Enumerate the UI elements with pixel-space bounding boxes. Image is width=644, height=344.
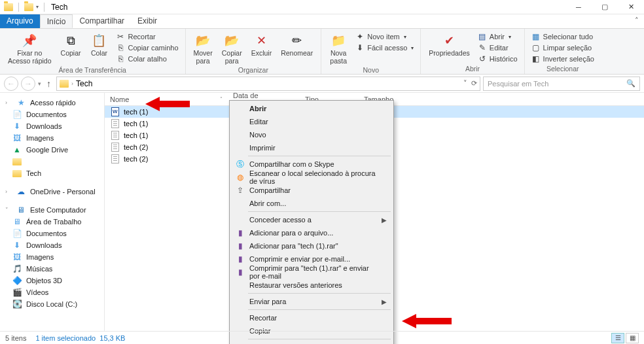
- star-icon: ★: [16, 98, 26, 107]
- dropdown-icon[interactable]: ˅: [463, 79, 467, 88]
- new-folder-button[interactable]: 📁Nova pasta: [327, 31, 350, 66]
- paste-button[interactable]: 📋Colar: [87, 31, 111, 59]
- nav-this-pc[interactable]: ˅🖥Este Computador: [0, 204, 104, 216]
- tab-file[interactable]: Arquivo: [0, 14, 40, 28]
- address-bar[interactable]: › Tech ˅⟳: [56, 77, 480, 91]
- nav-item[interactable]: 🖥Área de Trabalho: [0, 216, 104, 228]
- pin-quickaccess-button[interactable]: 📌Fixar no Acesso rápido: [5, 31, 54, 66]
- nav-item[interactable]: ⬇Downloads: [0, 120, 104, 132]
- copy-icon: ⧉: [63, 33, 79, 48]
- refresh-icon[interactable]: ⟳: [471, 79, 477, 88]
- address-bar-row: ← → ▾ ↑ › Tech ˅⟳ Pesquisar em Tech 🔍: [0, 75, 644, 93]
- edit-button[interactable]: ✎Editar: [476, 43, 519, 53]
- rename-icon: ✏: [289, 33, 305, 48]
- context-menu-item[interactable]: Conceder acesso a▶: [231, 213, 392, 226]
- nav-item[interactable]: ▲Google Drive: [0, 144, 104, 156]
- context-menu-item[interactable]: Recortar: [231, 311, 392, 324]
- context-menu-item[interactable]: ◍Escanear o local selecionado à procura …: [231, 171, 392, 184]
- context-menu-item[interactable]: Imprimir: [231, 141, 392, 154]
- nav-item[interactable]: 🖼Imagens: [0, 251, 104, 263]
- search-box[interactable]: Pesquisar em Tech 🔍: [483, 77, 640, 91]
- ribbon-group-new: 📁Nova pasta ✦Novo item▾ ⬇Fácil acesso▾ N…: [321, 29, 421, 74]
- back-button[interactable]: ←: [4, 77, 18, 91]
- ribbon-group-organize: 📂Mover para 📂Copiar para ✕Excluir ✏Renom…: [186, 29, 322, 74]
- context-menu-item[interactable]: ⓈCompartilhar com o Skype: [231, 158, 392, 171]
- history-button[interactable]: ↺Histórico: [476, 54, 519, 64]
- search-icon: 🔍: [626, 79, 635, 88]
- nav-item[interactable]: 🖼Imagens: [0, 132, 104, 144]
- nav-item[interactable]: 📄Documentos: [0, 109, 104, 120]
- nav-item[interactable]: Tech: [0, 167, 104, 179]
- forward-button[interactable]: →: [21, 77, 35, 91]
- rename-button[interactable]: ✏Renomear: [278, 31, 315, 59]
- tab-view[interactable]: Exibir: [131, 14, 164, 28]
- close-button[interactable]: ✕: [618, 0, 644, 14]
- view-details-button[interactable]: ☰: [611, 333, 624, 343]
- new-item-button[interactable]: ✦Novo item▾: [354, 31, 415, 42]
- file-name: tech (2): [124, 155, 148, 163]
- context-menu-item[interactable]: Abrir com...: [231, 197, 392, 210]
- context-menu-item[interactable]: ▮Adicionar para "tech (1).rar": [231, 239, 392, 252]
- minimize-button[interactable]: ─: [565, 0, 592, 14]
- context-menu-item[interactable]: ▮Adicionar para o arquivo...: [231, 226, 392, 239]
- nav-item[interactable]: 🎬Vídeos: [0, 286, 104, 298]
- maximize-button[interactable]: ▢: [592, 0, 618, 14]
- column-name[interactable]: Nome˄: [105, 95, 228, 103]
- folder-icon: [4, 3, 13, 11]
- up-button[interactable]: ↑: [44, 78, 54, 89]
- open-icon: ▤: [478, 32, 487, 41]
- paste-shortcut-button[interactable]: ⎘Colar atalho: [115, 54, 179, 64]
- chevron-down-icon[interactable]: ▾: [36, 4, 39, 10]
- open-button[interactable]: ▤Abrir▾: [476, 31, 519, 42]
- cloud-icon: ☁: [16, 187, 26, 196]
- context-menu-item[interactable]: Restaurar versões anteriores: [231, 279, 392, 292]
- invert-selection-button[interactable]: ◧Inverter seleção: [530, 54, 596, 64]
- delete-button[interactable]: ✕Excluir: [249, 31, 275, 59]
- nav-item[interactable]: ⬇Downloads: [0, 239, 104, 251]
- selectall-icon: ▦: [531, 32, 541, 41]
- shortcut-icon: ⎘: [116, 54, 125, 63]
- context-menu-item[interactable]: Enviar para▶: [231, 295, 392, 308]
- file-name: tech (2): [124, 143, 148, 151]
- search-placeholder: Pesquisar em Tech: [488, 80, 548, 88]
- edit-icon: ✎: [478, 43, 487, 52]
- context-menu-item[interactable]: ▮Comprimir e enviar por e-mail...: [231, 252, 392, 266]
- nav-item[interactable]: [0, 156, 104, 167]
- cut-button[interactable]: ✂Recortar: [115, 31, 179, 42]
- nav-onedrive[interactable]: ›☁OneDrive - Personal: [0, 186, 104, 198]
- nav-item[interactable]: 🔷Objetos 3D: [0, 275, 104, 286]
- nav-item[interactable]: 📄Documentos: [0, 228, 104, 239]
- copy-to-button[interactable]: 📂Copiar para: [219, 31, 245, 66]
- move-to-button[interactable]: 📂Mover para: [191, 31, 215, 66]
- recent-locations-button[interactable]: ▾: [38, 80, 41, 87]
- copy-path-button[interactable]: ⎘Copiar caminho: [115, 43, 179, 53]
- context-menu-item[interactable]: Novo: [231, 128, 392, 141]
- status-size: 15,3 KB: [99, 334, 125, 342]
- newfolder-icon: 📁: [331, 33, 346, 48]
- tab-share[interactable]: Compartilhar: [73, 14, 131, 28]
- properties-button[interactable]: ✔Propriedades: [426, 31, 472, 59]
- tab-home[interactable]: Início: [40, 14, 73, 28]
- copy-button[interactable]: ⧉Copiar: [58, 31, 84, 59]
- nav-item[interactable]: 🎵Músicas: [0, 263, 104, 275]
- folder-icon: [24, 3, 33, 11]
- nav-item[interactable]: 💽Disco Local (C:): [0, 298, 104, 310]
- view-icons-button[interactable]: ▦: [626, 333, 639, 343]
- select-none-button[interactable]: ▢Limpar seleção: [530, 43, 596, 53]
- window-title: Tech: [51, 3, 67, 12]
- copyto-icon: 📂: [224, 33, 240, 48]
- nav-quick-access[interactable]: ›★Acesso rápido: [0, 97, 104, 109]
- select-all-button[interactable]: ▦Selecionar tudo: [530, 31, 596, 42]
- context-menu-item[interactable]: ⇪Compartilhar: [231, 184, 392, 197]
- chevron-right-icon: ›: [71, 80, 73, 87]
- ribbon-expand-button[interactable]: ˄: [630, 14, 644, 28]
- file-name: tech (1): [124, 108, 148, 116]
- context-menu: AbrirEditarNovoImprimirⓈCompartilhar com…: [229, 100, 394, 344]
- paste-icon: 📋: [91, 33, 107, 48]
- folder-icon: [60, 80, 69, 88]
- context-menu-item[interactable]: Editar: [231, 115, 392, 128]
- context-menu-item[interactable]: ▮Comprimir para "tech (1).rar" e enviar …: [231, 266, 392, 279]
- breadcrumb[interactable]: Tech: [76, 79, 92, 88]
- easy-access-button[interactable]: ⬇Fácil acesso▾: [354, 43, 415, 53]
- context-menu-item[interactable]: Abrir: [231, 102, 392, 115]
